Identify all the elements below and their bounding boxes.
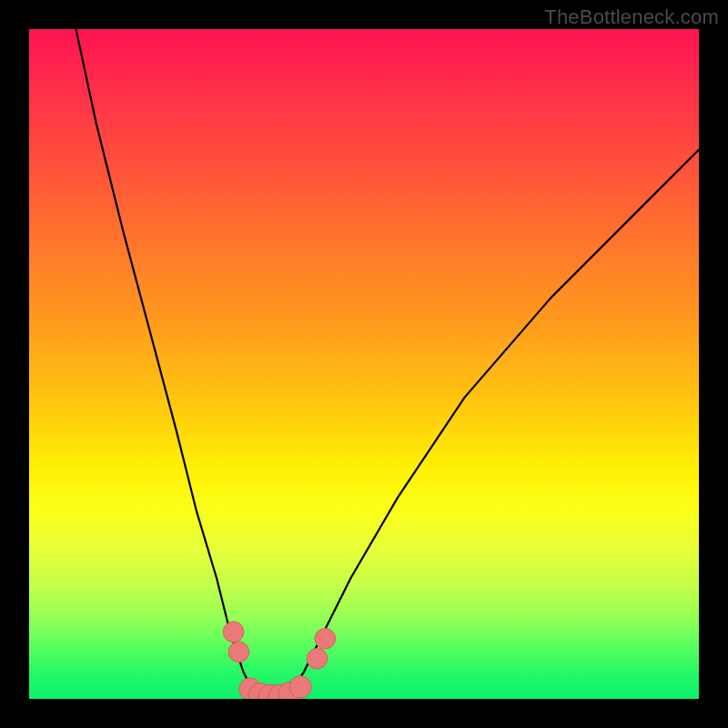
curve-marker [223, 622, 244, 642]
watermark-text: TheBottleneck.com [544, 5, 719, 29]
chart-frame: TheBottleneck.com [0, 0, 728, 728]
curve-markers [223, 622, 335, 699]
curve-marker [307, 649, 328, 670]
bottleneck-curve-svg [29, 29, 699, 699]
curve-marker [228, 642, 249, 662]
plot-area [29, 29, 699, 699]
curve-marker [315, 629, 336, 650]
curve-marker [289, 676, 311, 698]
bottleneck-curve [76, 29, 700, 699]
